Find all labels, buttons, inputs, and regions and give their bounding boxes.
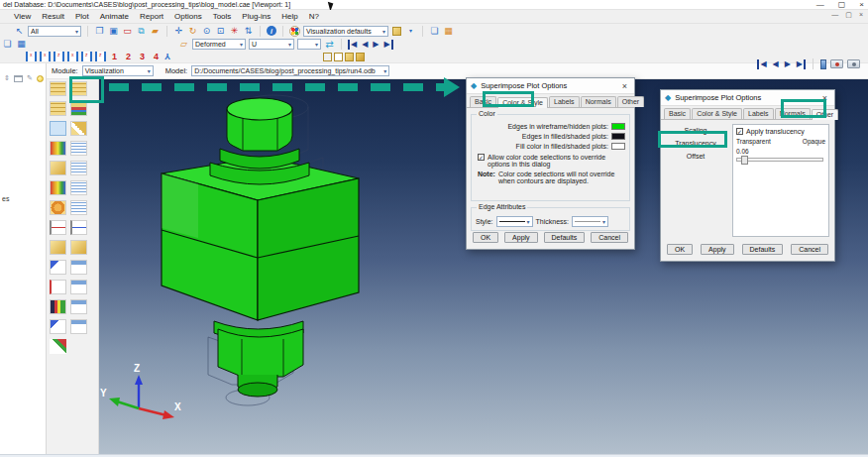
menu-view[interactable]: View	[14, 12, 31, 21]
field-output-s22-icon[interactable]: x	[40, 52, 51, 61]
defaults-button[interactable]: Defaults	[742, 244, 784, 255]
tab-labels[interactable]: Labels	[549, 96, 580, 107]
wireframe-render-icon[interactable]	[323, 53, 332, 61]
field-output-e11-icon[interactable]: x	[67, 52, 78, 61]
side-item-scaling[interactable]: Scaling	[665, 124, 726, 137]
side-item-translucency[interactable]: Translucency	[665, 137, 726, 150]
menu-options[interactable]: Options	[174, 12, 202, 21]
deformed-shape-icon[interactable]	[50, 200, 66, 215]
symbol-options-icon[interactable]	[70, 161, 87, 175]
apply-button[interactable]: Apply	[504, 232, 538, 243]
drag-rectangle-icon[interactable]: ▭	[122, 26, 133, 37]
hidden-line-render-icon[interactable]	[334, 53, 343, 61]
tree-item-fragment[interactable]: es	[2, 195, 9, 202]
column-layout-icon[interactable]: ❏	[429, 26, 440, 37]
shaded-render-icon[interactable]	[345, 53, 354, 61]
duplicate-viewport-icon[interactable]: ❐	[94, 26, 105, 37]
free-body-manager-icon[interactable]	[70, 319, 87, 334]
tab-normals[interactable]: Normals	[581, 96, 616, 107]
override-checkbox[interactable]: ✓	[478, 154, 485, 161]
contour-plot-icon[interactable]	[50, 141, 66, 156]
tab-normals[interactable]: Normals	[775, 108, 811, 119]
xy-options-icon[interactable]	[70, 220, 87, 235]
next-frame-button[interactable]: ▶	[784, 59, 792, 69]
spectrum-icon[interactable]	[50, 240, 66, 255]
dialog-titlebar[interactable]: ◆ Superimpose Plot Options ×	[467, 78, 634, 94]
expand-collapse-icon[interactable]: ⇕	[3, 74, 11, 82]
mdi-restore-button[interactable]: ▢	[845, 11, 852, 19]
color-palette-icon[interactable]	[289, 26, 300, 37]
tab-color-style[interactable]: Color & Style	[692, 108, 742, 119]
side-item-offset[interactable]: Offset	[665, 150, 726, 163]
close-button[interactable]: ×	[859, 0, 864, 10]
fill-color-swatch[interactable]	[611, 143, 625, 150]
view-cut-manager-icon[interactable]	[70, 299, 87, 314]
maximize-button[interactable]: ▢	[838, 0, 846, 10]
module-combo[interactable]: Visualization▾	[82, 65, 154, 76]
plot-state-icon[interactable]: ▱	[178, 39, 189, 50]
contour-options-icon[interactable]	[70, 141, 87, 156]
pan-view-icon[interactable]: ✛	[173, 26, 184, 37]
menu-report[interactable]: Report	[140, 12, 163, 21]
auto-fit-view-icon[interactable]: ✳	[229, 26, 240, 37]
last-frame-button[interactable]: ▶	[382, 40, 392, 50]
superimpose-plot-icon[interactable]	[70, 81, 87, 96]
field-output-s11-icon[interactable]: x	[26, 52, 37, 61]
sync-frames-icon[interactable]: ⇄	[324, 39, 335, 50]
select-tool-icon[interactable]: ↖	[14, 26, 25, 37]
color-code-icon[interactable]	[70, 101, 87, 116]
viewport-tile-icon[interactable]: ▣	[108, 26, 119, 37]
field-output-e22-icon[interactable]: z	[81, 52, 92, 61]
annotation-pen-icon[interactable]	[50, 339, 66, 354]
defaults-button[interactable]: Defaults	[544, 232, 586, 243]
menu-plot[interactable]: Plot	[75, 12, 89, 21]
view-cut-icon[interactable]	[50, 299, 66, 314]
viewport-grid-icon[interactable]: ▦	[16, 39, 27, 50]
model-combo[interactable]: D:/Documents/CASES/blog/post_processing_…	[191, 65, 389, 76]
tips-bulb-icon[interactable]	[37, 75, 44, 82]
previous-frame-button[interactable]: ◀	[772, 59, 780, 69]
minimize-button[interactable]: —	[816, 0, 824, 10]
query-info-icon[interactable]: i	[267, 26, 276, 36]
probe-tool-icon[interactable]	[820, 59, 826, 69]
orientation-plot-icon[interactable]	[50, 180, 66, 195]
ok-button[interactable]: OK	[667, 244, 693, 255]
box-zoom-icon[interactable]: ⊡	[215, 26, 226, 37]
tab-other[interactable]: Other	[812, 109, 839, 120]
plot-state-grid-icon[interactable]	[50, 81, 66, 96]
tab-labels[interactable]: Labels	[743, 108, 774, 119]
refinement-combo[interactable]: ▾	[297, 39, 321, 50]
primary-variable-combo[interactable]: Deformed▾	[192, 39, 246, 50]
spectrum-options-icon[interactable]	[70, 240, 87, 255]
filled-edge-color-swatch[interactable]	[611, 133, 625, 140]
free-body-cut-icon[interactable]	[50, 319, 66, 334]
menu-help[interactable]: Help	[281, 12, 297, 21]
wireframe-edge-color-swatch[interactable]	[611, 123, 625, 130]
render-cube-icon[interactable]	[392, 27, 401, 36]
tab-color-style[interactable]: Color & Style	[497, 97, 548, 108]
menu-tools[interactable]: Tools	[213, 12, 232, 21]
filled-render-icon[interactable]	[356, 53, 365, 61]
orientation-options-icon[interactable]	[70, 180, 87, 195]
view-manipulation-icon[interactable]: ▰	[150, 26, 161, 37]
section-point-4[interactable]: 4	[151, 52, 162, 61]
menu-result[interactable]: Result	[42, 12, 64, 21]
last-frame-button[interactable]: ▶	[796, 59, 806, 69]
menu-plugins[interactable]: Plug-ins	[242, 12, 271, 21]
edge-style-combo[interactable]: ▾	[496, 216, 533, 227]
section-point-1[interactable]: 1	[109, 52, 120, 61]
magnify-view-icon[interactable]: ⊙	[201, 26, 212, 37]
print-camera-icon[interactable]	[847, 59, 860, 68]
xy-data-manager-icon[interactable]	[70, 260, 87, 275]
cancel-button[interactable]: Cancel	[591, 232, 628, 243]
mdi-close-button[interactable]: ×	[859, 11, 863, 19]
database-icon[interactable]: ❏	[2, 39, 13, 50]
chevron-down-icon[interactable]: ▾	[405, 26, 416, 37]
snapshot-camera-icon[interactable]	[830, 59, 843, 68]
field-output-dialog-icon[interactable]	[50, 280, 66, 294]
ok-button[interactable]: OK	[473, 232, 498, 243]
viewport-views-icon[interactable]: ⧉	[136, 26, 147, 37]
dialog-close-icon[interactable]: ×	[619, 81, 630, 91]
section-point-2[interactable]: 2	[123, 52, 134, 61]
cycle-views-icon[interactable]: ⇅	[243, 26, 254, 37]
